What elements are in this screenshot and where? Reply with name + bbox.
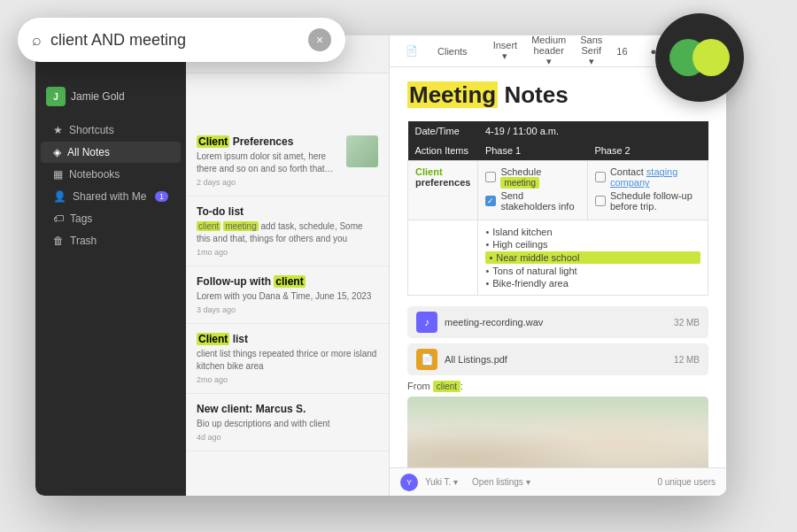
sidebar-item-trash[interactable]: 🗑 Trash: [41, 230, 181, 251]
phase2-item-2: Schedule follow-up before trip.: [595, 190, 700, 212]
breadcrumb: 📄: [398, 42, 425, 59]
list-item[interactable]: Client Preferences Lorem ipsum dolor sit…: [186, 127, 389, 197]
list-item[interactable]: Client list client list things repeated …: [186, 324, 389, 394]
footer-sharing: 0 unique users: [657, 477, 716, 487]
note-snippet: client meeting add task, schedule, Some …: [197, 220, 378, 245]
client-prefs-label: Clientpreferences: [408, 161, 478, 220]
search-bar[interactable]: ⌕ client AND meeting ×: [18, 18, 345, 62]
tags-icon: 🏷: [53, 212, 64, 225]
note-snippet: client list things repeated thrice or mo…: [197, 348, 378, 373]
pdf-icon: 📄: [416, 349, 437, 370]
all-notes-icon: ◈: [53, 146, 61, 158]
attachment-pdf[interactable]: 📄 All Listings.pdf 12 MB: [407, 343, 708, 375]
insert-button[interactable]: Insert ▾: [489, 38, 522, 64]
note-content: Meeting Notes Date/Time 4-19 / 11:00 a.m…: [390, 67, 726, 467]
username: Jamie Gold: [71, 90, 125, 103]
phase1-content: Schedule meeting ✓ Send stakeholders inf…: [478, 161, 588, 220]
list-item[interactable]: Follow-up with client Lorem with you Dan…: [186, 266, 389, 324]
heading-highlight: Meeting: [407, 81, 498, 108]
pref-item: Tons of natural light: [485, 265, 700, 277]
avatar: J: [46, 87, 66, 106]
phase1-item-2: ✓ Send stakeholders info: [485, 190, 580, 212]
note-table: Date/Time 4-19 / 11:00 a.m. Action Items…: [407, 121, 708, 296]
note-title: Client Preferences: [197, 135, 336, 148]
attachment-wav-name: meeting-recording.wav: [445, 317, 543, 328]
user-profile[interactable]: J Jamie Gold: [35, 80, 186, 113]
note-title: New client: Marcus S.: [197, 403, 378, 415]
sidebar-item-shortcuts[interactable]: ★ Shortcuts: [41, 120, 181, 141]
note-date: 2mo ago: [197, 375, 378, 384]
date-value: 4-19 / 11:00 a.m.: [478, 121, 708, 141]
font-button[interactable]: Sans Serif ▾: [576, 35, 607, 69]
logo-right-circle: [693, 39, 730, 76]
attachment-pdf-size: 12 MB: [674, 355, 700, 365]
sidebar-item-tags[interactable]: 🏷 Tags: [41, 208, 181, 229]
sidebar-label-shortcuts: Shortcuts: [69, 124, 114, 136]
preferences-list: Island kitchen High ceilings Near middle…: [485, 226, 700, 289]
note-snippet: Bio up descriptions and with client: [197, 418, 378, 430]
trash-icon: 🗑: [53, 235, 64, 247]
sidebar-item-notebooks[interactable]: ▦ Notebooks: [41, 164, 181, 185]
shared-badge: 1: [155, 191, 168, 202]
logo-icon: [669, 27, 730, 88]
date-time-header: Date/Time: [408, 121, 478, 141]
footer-avatar: Y: [400, 474, 418, 491]
heading-suffix: Notes: [498, 81, 568, 108]
notes-list-panel: All Notes Client Preferences Lorem ipsum…: [186, 35, 390, 496]
app-window: J Jamie Gold ★ Shortcuts ◈ All Notes ▦ N…: [35, 35, 726, 496]
format-button[interactable]: Medium header ▾: [527, 35, 570, 69]
phase2-item-1: Contact staging company: [595, 166, 700, 188]
footer-user[interactable]: Yuki T. ▾: [425, 477, 458, 487]
action-items-header: Action Items: [408, 141, 478, 161]
note-date: 4d ago: [197, 433, 378, 442]
note-breadcrumb: Clients: [430, 43, 475, 59]
phase1-item-1: Schedule meeting: [485, 166, 580, 188]
note-heading: Meeting Notes: [407, 81, 708, 109]
checkbox-3-unchecked[interactable]: [595, 196, 606, 206]
checkbox-2-unchecked[interactable]: [595, 172, 606, 182]
room-image: [407, 397, 708, 467]
attachment-wav[interactable]: ♪ meeting-recording.wav 32 MB: [407, 306, 708, 338]
search-query: client AND meeting: [50, 31, 299, 50]
sidebar-label-all-notes: All Notes: [67, 146, 110, 158]
note-title: Follow-up with client: [197, 275, 378, 288]
main-editor-panel: 📄 Clients Insert ▾ Medium header ▾ Sans …: [390, 35, 726, 496]
note-title: Client list: [197, 333, 378, 345]
notebooks-icon: ▦: [53, 168, 63, 181]
app-logo: [655, 13, 744, 102]
note-date: 2 days ago: [197, 178, 336, 187]
footer-notebook[interactable]: Open listings ▾: [472, 477, 530, 487]
note-snippet: Lorem ipsum dolor sit amet, here there a…: [197, 150, 336, 175]
search-close-button[interactable]: ×: [308, 28, 331, 51]
sidebar-label-shared: Shared with Me: [73, 190, 146, 203]
pref-item: High ceilings: [485, 238, 700, 251]
note-date: 1mo ago: [197, 248, 378, 257]
wav-icon: ♪: [416, 312, 437, 333]
pref-item-highlight: Near middle school: [485, 251, 700, 264]
phase1-header: Phase 1: [478, 141, 588, 161]
font-size-button[interactable]: 16: [612, 44, 631, 58]
list-item[interactable]: To-do list client meeting add task, sche…: [186, 197, 389, 266]
note-date: 3 days ago: [197, 305, 378, 314]
sidebar: J Jamie Gold ★ Shortcuts ◈ All Notes ▦ N…: [35, 35, 186, 496]
empty-cell: [408, 220, 478, 296]
phase2-header: Phase 2: [587, 141, 708, 161]
pref-item: Island kitchen: [485, 226, 700, 238]
note-thumbnail: [346, 135, 378, 167]
pref-item: Bike-friendly area: [485, 277, 700, 289]
attachment-pdf-name: All Listings.pdf: [445, 354, 507, 365]
sidebar-item-shared[interactable]: 👤 Shared with Me 1: [41, 186, 181, 207]
list-item[interactable]: New client: Marcus S. Bio up description…: [186, 394, 389, 451]
note-title: To-do list: [197, 205, 378, 218]
note-snippet: Lorem with you Dana & Time, June 15, 202…: [197, 290, 378, 303]
sidebar-label-trash: Trash: [70, 235, 97, 247]
from-label: From client:: [407, 381, 708, 391]
sidebar-label-tags: Tags: [70, 212, 92, 225]
phase2-content: Contact staging company Schedule follow-…: [587, 161, 708, 220]
checkbox-unchecked[interactable]: [485, 172, 496, 182]
sidebar-item-all-notes[interactable]: ◈ All Notes: [41, 142, 181, 163]
checkbox-checked[interactable]: ✓: [485, 196, 496, 206]
preferences-list-cell: Island kitchen High ceilings Near middle…: [478, 220, 708, 296]
search-icon: ⌕: [32, 31, 42, 50]
shortcuts-icon: ★: [53, 124, 63, 136]
